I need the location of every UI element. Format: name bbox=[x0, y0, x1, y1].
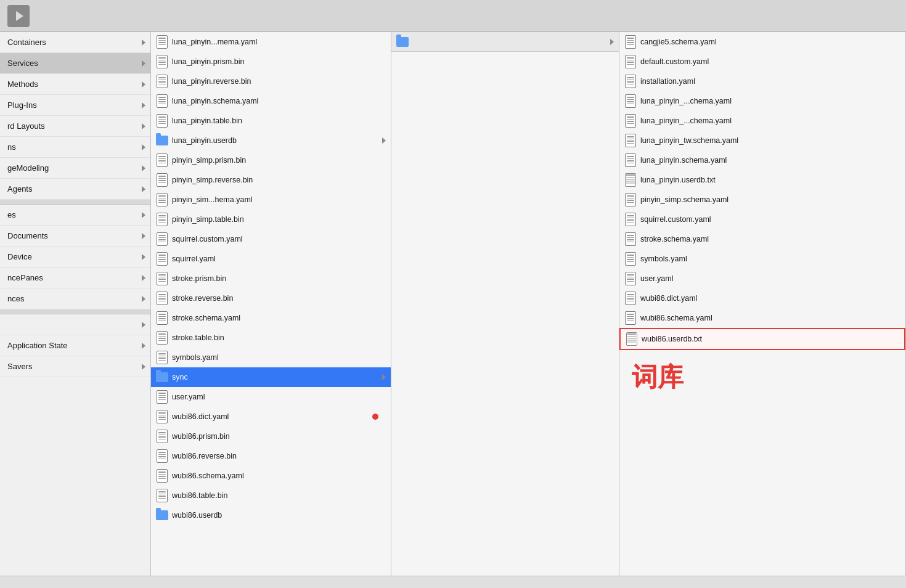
file-item-squirrel_yaml[interactable]: squirrel.yaml bbox=[151, 249, 391, 269]
file-item-wubi86_dict[interactable]: wubi86.dict.yaml bbox=[151, 407, 391, 427]
textfile-icon bbox=[156, 113, 168, 128]
file-name-wubi86_userdb_txt: wubi86.userdb.txt bbox=[642, 335, 702, 343]
textfile-icon bbox=[624, 271, 637, 286]
file-item-installation[interactable]: installation.yaml bbox=[619, 71, 905, 91]
file-item-pinyin_sim_hema[interactable]: pinyin_sim...hema.yaml bbox=[151, 190, 391, 210]
file-item-squirrel_custom2[interactable]: squirrel.custom.yaml bbox=[619, 210, 905, 229]
sidebar-item-empty1[interactable] bbox=[0, 314, 150, 335]
file-item-user_yaml2[interactable]: user.yaml bbox=[619, 269, 905, 288]
textfile-icon bbox=[156, 192, 168, 207]
sidebar-label-savers: Savers bbox=[7, 362, 32, 371]
file-item-symbols_yaml[interactable]: symbols.yaml bbox=[151, 348, 391, 367]
file-item-user_yaml[interactable]: user.yaml bbox=[151, 387, 391, 407]
chevron-right-icon bbox=[142, 186, 145, 192]
file-item-luna_pinyin_tw_schema[interactable]: luna_pinyin_tw.schema.yaml bbox=[619, 131, 905, 150]
file-item-stroke_prism[interactable]: stroke.prism.bin bbox=[151, 269, 391, 288]
textfile-icon bbox=[156, 74, 168, 89]
textfile-icon bbox=[156, 311, 168, 325]
chevron-right-icon bbox=[142, 275, 145, 281]
sidebar-item-nces[interactable]: nces bbox=[0, 288, 150, 309]
file-item-wubi86_schema2[interactable]: wubi86.schema.yaml bbox=[619, 308, 905, 328]
sidebar-item-agents[interactable]: Agents bbox=[0, 179, 150, 200]
file-item-pinyin_simp_reverse[interactable]: pinyin_simp.reverse.bin bbox=[151, 170, 391, 190]
textfile-icon bbox=[624, 113, 637, 128]
sidebar: ContainersServicesMethodsPlug-Insrd Layo… bbox=[0, 32, 151, 576]
textfile-icon bbox=[156, 409, 168, 424]
file-item-wubi86_dict_yaml[interactable]: wubi86.dict.yaml bbox=[619, 288, 905, 308]
file-item-pinyin_simp_schema[interactable]: pinyin_simp.schema.yaml bbox=[619, 190, 905, 210]
chevron-right-icon bbox=[142, 343, 145, 349]
chevron-right-icon bbox=[142, 144, 145, 150]
file-item-wubi86_prism[interactable]: wubi86.prism.bin bbox=[151, 427, 391, 446]
red-dot-indicator bbox=[372, 414, 378, 420]
file-item-luna_pinyin_mema[interactable]: luna_pinyin...mema.yaml bbox=[151, 32, 391, 52]
file-item-pinyin_simp_table[interactable]: pinyin_simp.table.bin bbox=[151, 210, 391, 229]
sidebar-item-ns[interactable]: ns bbox=[0, 137, 150, 158]
chevron-right-icon bbox=[142, 81, 145, 88]
sidebar-spacer bbox=[0, 309, 150, 314]
file-item-wubi86_userdb[interactable]: wubi86.userdb bbox=[151, 505, 391, 525]
main-area: ContainersServicesMethodsPlug-Insrd Layo… bbox=[0, 32, 906, 576]
file-column-3: cangjie5.schema.yamldefault.custom.yamli… bbox=[619, 32, 906, 576]
sidebar-item-appstate[interactable]: Application State bbox=[0, 335, 150, 356]
file-name-luna_pinyin_chema1: luna_pinyin_...chema.yaml bbox=[640, 97, 732, 105]
sidebar-label-agents: Agents bbox=[7, 184, 32, 194]
sidebar-item-layouts[interactable]: rd Layouts bbox=[0, 116, 150, 137]
file-item-stroke_schema2[interactable]: stroke.schema.yaml bbox=[619, 229, 905, 249]
file-item-wubi86_userdb_txt[interactable]: wubi86.userdb.txt bbox=[619, 328, 905, 350]
sidebar-item-ncepanes[interactable]: ncePanes bbox=[0, 267, 150, 288]
file-item-pinyin_simp_prism[interactable]: pinyin_simp.prism.bin bbox=[151, 150, 391, 170]
file-item-wubi86_table[interactable]: wubi86.table.bin bbox=[151, 486, 391, 505]
folder-icon bbox=[396, 37, 409, 47]
file-name-stroke_reverse: stroke.reverse.bin bbox=[172, 294, 233, 303]
file-item-stroke_table[interactable]: stroke.table.bin bbox=[151, 328, 391, 348]
sidebar-item-device[interactable]: Device bbox=[0, 247, 150, 267]
file-item-stroke_schema[interactable]: stroke.schema.yaml bbox=[151, 308, 391, 328]
sidebar-label-plugins: Plug-Ins bbox=[7, 100, 37, 110]
file-item-cangjie5_schema[interactable]: cangjie5.schema.yaml bbox=[619, 32, 905, 52]
bottom-bar bbox=[0, 576, 906, 588]
sidebar-item-plugins[interactable]: Plug-Ins bbox=[0, 95, 150, 116]
file-item-sync[interactable]: sync bbox=[151, 367, 391, 387]
file-item-luna_pinyin_reverse[interactable]: luna_pinyin.reverse.bin bbox=[151, 71, 391, 91]
sidebar-label-ns: ns bbox=[7, 142, 16, 152]
file-name-symbols_yaml2: symbols.yaml bbox=[640, 255, 687, 263]
textfile-icon bbox=[156, 35, 168, 49]
sidebar-item-es[interactable]: es bbox=[0, 205, 150, 226]
file-item-luna_pinyin_table[interactable]: luna_pinyin.table.bin bbox=[151, 111, 391, 131]
sidebar-item-containers[interactable]: Containers bbox=[0, 32, 150, 53]
file-item-luna_pinyin_schema2[interactable]: luna_pinyin.schema.yaml bbox=[619, 150, 905, 170]
file-item-wubi86_reverse[interactable]: wubi86.reverse.bin bbox=[151, 446, 391, 466]
file-item-stroke_reverse[interactable]: stroke.reverse.bin bbox=[151, 288, 391, 308]
sidebar-item-modeling[interactable]: geModeling bbox=[0, 158, 150, 179]
sidebar-item-methods[interactable]: Methods bbox=[0, 74, 150, 95]
sidebar-label-device: Device bbox=[7, 252, 32, 261]
file-item-symbols_yaml2[interactable]: symbols.yaml bbox=[619, 249, 905, 269]
sidebar-label-methods: Methods bbox=[7, 80, 38, 89]
sidebar-label-ncepanes: ncePanes bbox=[7, 273, 43, 282]
file-item-luna_pinyin_userdb_txt[interactable]: luna_pinyin.userdb.txt bbox=[619, 170, 905, 190]
file-name-pinyin_simp_table: pinyin_simp.table.bin bbox=[172, 215, 244, 224]
annotation-cidian: 词库 bbox=[619, 350, 905, 404]
sidebar-item-documents[interactable]: Documents bbox=[0, 226, 150, 247]
file-name-stroke_prism: stroke.prism.bin bbox=[172, 274, 226, 283]
file-name-luna_pinyin_schema2: luna_pinyin.schema.yaml bbox=[640, 156, 727, 165]
file-item-luna_pinyin_schema[interactable]: luna_pinyin.schema.yaml bbox=[151, 91, 391, 111]
folder-icon bbox=[156, 370, 168, 385]
doc-icon bbox=[624, 173, 637, 187]
file-item-luna_pinyin_chema2[interactable]: luna_pinyin_...chema.yaml bbox=[619, 111, 905, 131]
file-item-default_custom[interactable]: default.custom.yaml bbox=[619, 52, 905, 71]
file-item-wubi86_schema[interactable]: wubi86.schema.yaml bbox=[151, 466, 391, 486]
sidebar-item-services[interactable]: Services bbox=[0, 53, 150, 74]
column2-content bbox=[391, 52, 619, 54]
textfile-icon bbox=[624, 291, 637, 306]
file-item-luna_pinyin_userdb[interactable]: luna_pinyin.userdb bbox=[151, 131, 391, 150]
column2-header[interactable] bbox=[391, 32, 619, 52]
file-item-squirrel_custom[interactable]: squirrel.custom.yaml bbox=[151, 229, 391, 249]
textfile-icon bbox=[156, 291, 168, 306]
sidebar-item-savers[interactable]: Savers bbox=[0, 356, 150, 377]
file-item-luna_pinyin_prism[interactable]: luna_pinyin.prism.bin bbox=[151, 52, 391, 71]
chevron-right-icon bbox=[382, 137, 386, 144]
file-item-luna_pinyin_chema1[interactable]: luna_pinyin_...chema.yaml bbox=[619, 91, 905, 111]
chevron-right-icon bbox=[142, 212, 145, 218]
